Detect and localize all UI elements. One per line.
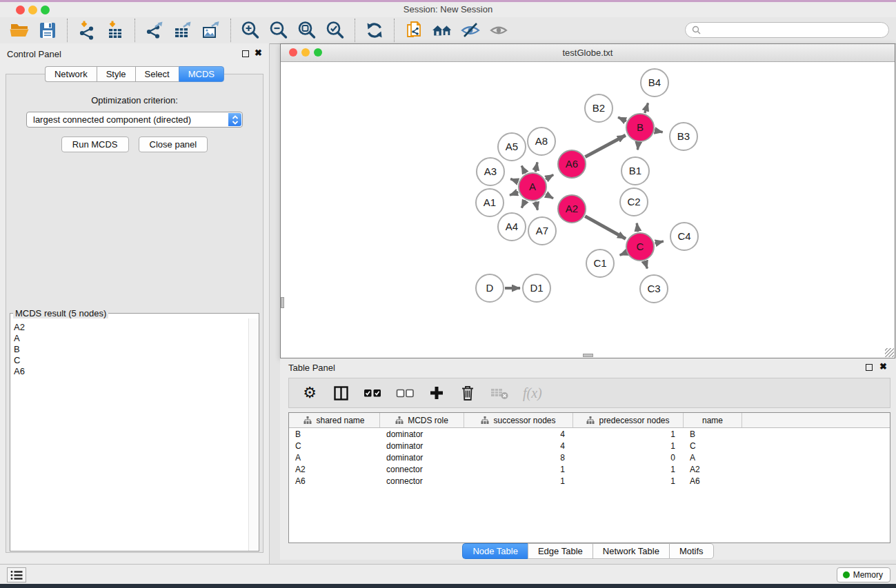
graph-edge-A-A8[interactable] bbox=[535, 162, 537, 172]
graph-edge-B-B2[interactable] bbox=[618, 117, 626, 121]
apply-function-button[interactable]: f(x) bbox=[523, 383, 542, 403]
export-image-button[interactable] bbox=[200, 19, 222, 41]
graph-edge-A6-B[interactable] bbox=[585, 135, 625, 156]
graph-node-D1[interactable]: D1 bbox=[523, 274, 550, 302]
memory-button[interactable]: Memory bbox=[837, 567, 890, 582]
first-neighbors-button[interactable] bbox=[431, 19, 453, 41]
graph-node-A8[interactable]: A8 bbox=[528, 128, 555, 155]
graph-edge-A-A7[interactable] bbox=[536, 201, 538, 210]
graph-node-B4[interactable]: B4 bbox=[641, 69, 668, 97]
graph-edge-A-A1[interactable] bbox=[510, 192, 518, 196]
show-all-button[interactable] bbox=[488, 19, 510, 41]
show-panels-button[interactable] bbox=[7, 567, 26, 582]
graph-node-A2[interactable]: A2 bbox=[558, 195, 586, 223]
resize-grip[interactable] bbox=[885, 348, 894, 357]
import-network-button[interactable] bbox=[76, 19, 98, 41]
network-close-button[interactable] bbox=[289, 48, 297, 57]
save-session-button[interactable] bbox=[37, 19, 59, 41]
graph-edge-C-C4[interactable] bbox=[655, 241, 663, 243]
graph-node-B2[interactable]: B2 bbox=[585, 94, 613, 122]
zoom-fit-button[interactable] bbox=[296, 19, 318, 41]
export-network-button[interactable] bbox=[143, 19, 166, 41]
table-row[interactable]: Adominator80A bbox=[289, 452, 890, 463]
graph-node-B1[interactable]: B1 bbox=[621, 157, 649, 185]
graph-edge-C-C1[interactable] bbox=[620, 252, 626, 255]
mcds-result-item[interactable]: B bbox=[14, 344, 248, 355]
graph-edge-C-C3[interactable] bbox=[645, 261, 647, 269]
graph-edge-A-A3[interactable] bbox=[510, 179, 518, 182]
mcds-result-item[interactable]: C bbox=[14, 355, 248, 366]
table-row[interactable]: Bdominator41B bbox=[289, 429, 890, 440]
tab-network-table[interactable]: Network Table bbox=[593, 543, 669, 559]
tab-mcds[interactable]: MCDS bbox=[179, 66, 224, 82]
table-close-icon[interactable]: ✖ bbox=[879, 361, 887, 372]
apply-layout-button[interactable] bbox=[364, 19, 386, 41]
graph-edge-A-A4[interactable] bbox=[521, 201, 526, 208]
graph-node-A3[interactable]: A3 bbox=[477, 158, 504, 185]
zoom-in-button[interactable] bbox=[239, 19, 261, 41]
graph-edge-A2-C[interactable] bbox=[585, 216, 626, 239]
export-table-button[interactable] bbox=[172, 19, 194, 41]
table-row[interactable]: A6connector11A6 bbox=[289, 476, 890, 487]
graph-edge-B-B1[interactable] bbox=[637, 143, 638, 150]
graph-node-A[interactable]: A bbox=[519, 173, 546, 201]
tab-select[interactable]: Select bbox=[135, 66, 179, 82]
close-panel-button[interactable]: Close panel bbox=[139, 136, 208, 152]
table-float-icon[interactable] bbox=[866, 364, 873, 371]
column-header-predecessor-nodes[interactable]: predecessor nodes bbox=[573, 413, 684, 427]
deselect-all-button[interactable] bbox=[396, 383, 414, 403]
search-box[interactable] bbox=[685, 22, 889, 38]
graph-node-A1[interactable]: A1 bbox=[476, 189, 504, 216]
add-column-button[interactable] bbox=[428, 383, 445, 403]
graph-edge-A-A2[interactable] bbox=[546, 194, 553, 199]
run-mcds-button[interactable]: Run MCDS bbox=[61, 136, 129, 152]
graph-node-D[interactable]: D bbox=[476, 274, 504, 302]
show-columns-button[interactable] bbox=[332, 383, 349, 403]
zoom-selected-button[interactable] bbox=[324, 19, 346, 41]
graph-node-C2[interactable]: C2 bbox=[620, 188, 648, 216]
tab-node-table[interactable]: Node Table bbox=[462, 543, 528, 559]
mcds-result-item[interactable]: A6 bbox=[14, 366, 248, 377]
close-window-button[interactable] bbox=[16, 6, 25, 14]
table-row[interactable]: A2connector11A2 bbox=[289, 464, 890, 475]
horizontal-scroll-thumb[interactable] bbox=[583, 354, 593, 357]
delete-table-button[interactable] bbox=[490, 383, 508, 403]
graph-node-C4[interactable]: C4 bbox=[670, 223, 698, 250]
column-header-shared-name[interactable]: shared name bbox=[289, 413, 380, 427]
float-panel-icon[interactable] bbox=[242, 50, 249, 57]
network-minimize-button[interactable] bbox=[301, 48, 310, 57]
search-input[interactable] bbox=[704, 24, 888, 36]
criterion-select[interactable]: largest connected component (directed) bbox=[26, 112, 243, 128]
tab-motifs[interactable]: Motifs bbox=[669, 543, 714, 559]
network-graph[interactable]: B4B2BB3B1A5A8A6A3AA1A2A4A7C2C4CC1C3DD1 bbox=[281, 62, 895, 358]
graph-edge-C-C2[interactable] bbox=[637, 223, 638, 232]
column-header-mcds-role[interactable]: MCDS role bbox=[380, 413, 464, 427]
tab-style[interactable]: Style bbox=[97, 66, 135, 82]
graph-edge-B-B4[interactable] bbox=[645, 103, 648, 113]
graph-node-A5[interactable]: A5 bbox=[498, 133, 526, 161]
close-panel-icon[interactable]: ✖ bbox=[255, 48, 262, 58]
network-canvas[interactable]: B4B2BB3B1A5A8A6A3AA1A2A4A7C2C4CC1C3DD1 bbox=[281, 62, 895, 358]
graph-node-B3[interactable]: B3 bbox=[670, 123, 697, 150]
graph-node-A4[interactable]: A4 bbox=[498, 213, 526, 241]
column-header-successor-nodes[interactable]: successor nodes bbox=[464, 413, 573, 427]
minimize-window-button[interactable] bbox=[28, 6, 37, 14]
graph-node-C3[interactable]: C3 bbox=[640, 275, 668, 303]
tab-network[interactable]: Network bbox=[45, 66, 97, 82]
graph-edge-A-A5[interactable] bbox=[521, 166, 526, 174]
zoom-out-button[interactable] bbox=[268, 19, 290, 41]
open-session-button[interactable] bbox=[8, 19, 30, 41]
hide-selected-button[interactable] bbox=[459, 19, 481, 41]
graph-edge-B-B3[interactable] bbox=[655, 130, 663, 132]
zoom-window-button[interactable] bbox=[41, 6, 50, 14]
select-all-button[interactable] bbox=[364, 383, 381, 403]
graph-node-A6[interactable]: A6 bbox=[558, 150, 586, 178]
mcds-result-item[interactable]: A2 bbox=[14, 322, 248, 333]
new-network-from-selection-button[interactable] bbox=[403, 19, 425, 41]
tab-edge-table[interactable]: Edge Table bbox=[528, 543, 593, 559]
table-row[interactable]: Cdominator41C bbox=[289, 440, 890, 452]
graph-node-C1[interactable]: C1 bbox=[586, 250, 614, 277]
mcds-result-item[interactable]: A bbox=[14, 333, 248, 344]
graph-node-A7[interactable]: A7 bbox=[528, 217, 556, 245]
graph-node-B[interactable]: B bbox=[626, 114, 654, 141]
